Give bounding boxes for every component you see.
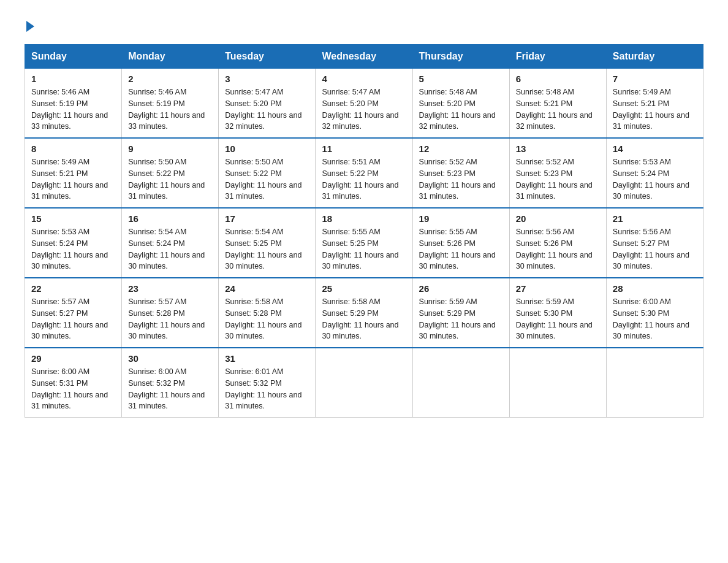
sunrise-label: Sunrise: 5:47 AM	[322, 88, 380, 96]
sunrise-label: Sunrise: 5:50 AM	[225, 158, 283, 166]
daylight-label: Daylight: 11 hours and 33 minutes.	[31, 111, 108, 131]
sunset-label: Sunset: 5:29 PM	[322, 309, 378, 318]
calendar-header: SundayMondayTuesdayWednesdayThursdayFrid…	[25, 45, 703, 69]
sunset-label: Sunset: 5:32 PM	[128, 379, 184, 388]
day-info: Sunrise: 5:48 AM Sunset: 5:21 PM Dayligh…	[516, 86, 600, 132]
logo	[25, 18, 34, 32]
sunset-label: Sunset: 5:19 PM	[31, 99, 88, 108]
daylight-label: Daylight: 11 hours and 30 minutes.	[322, 321, 398, 341]
daylight-label: Daylight: 11 hours and 31 minutes.	[613, 111, 689, 131]
day-number: 28	[613, 283, 697, 294]
day-number: 4	[322, 74, 406, 84]
day-info: Sunrise: 5:55 AM Sunset: 5:25 PM Dayligh…	[322, 226, 406, 272]
sunset-label: Sunset: 5:21 PM	[31, 169, 88, 178]
sunset-label: Sunset: 5:26 PM	[516, 239, 572, 248]
day-number: 10	[225, 144, 309, 154]
day-info: Sunrise: 5:53 AM Sunset: 5:24 PM Dayligh…	[31, 226, 115, 272]
sunrise-label: Sunrise: 5:54 AM	[225, 228, 283, 236]
sunset-label: Sunset: 5:20 PM	[225, 99, 281, 108]
day-info: Sunrise: 5:49 AM Sunset: 5:21 PM Dayligh…	[613, 86, 697, 132]
daylight-label: Daylight: 11 hours and 30 minutes.	[31, 251, 108, 271]
day-cell: 18 Sunrise: 5:55 AM Sunset: 5:25 PM Dayl…	[316, 208, 412, 278]
day-cell: 20 Sunrise: 5:56 AM Sunset: 5:26 PM Dayl…	[509, 208, 606, 278]
day-info: Sunrise: 6:00 AM Sunset: 5:30 PM Dayligh…	[613, 296, 697, 342]
sunrise-label: Sunrise: 5:56 AM	[516, 228, 574, 236]
daylight-label: Daylight: 11 hours and 32 minutes.	[516, 111, 593, 131]
day-info: Sunrise: 5:54 AM Sunset: 5:24 PM Dayligh…	[128, 226, 212, 272]
day-number: 12	[419, 144, 503, 154]
day-cell: 12 Sunrise: 5:52 AM Sunset: 5:23 PM Dayl…	[412, 138, 509, 208]
sunrise-label: Sunrise: 5:48 AM	[419, 88, 477, 96]
daylight-label: Daylight: 11 hours and 30 minutes.	[419, 251, 496, 271]
day-info: Sunrise: 5:57 AM Sunset: 5:27 PM Dayligh…	[31, 296, 115, 342]
daylight-label: Daylight: 11 hours and 32 minutes.	[225, 111, 301, 131]
day-cell: 24 Sunrise: 5:58 AM Sunset: 5:28 PM Dayl…	[219, 278, 316, 348]
sunrise-label: Sunrise: 5:52 AM	[419, 158, 477, 166]
day-cell: 15 Sunrise: 5:53 AM Sunset: 5:24 PM Dayl…	[25, 208, 122, 278]
day-number: 31	[225, 353, 309, 364]
day-cell: 16 Sunrise: 5:54 AM Sunset: 5:24 PM Dayl…	[122, 208, 219, 278]
daylight-label: Daylight: 11 hours and 31 minutes.	[31, 181, 108, 201]
day-cell: 31 Sunrise: 6:01 AM Sunset: 5:32 PM Dayl…	[219, 348, 316, 418]
day-number: 8	[31, 144, 115, 154]
daylight-label: Daylight: 11 hours and 31 minutes.	[322, 181, 398, 201]
sunset-label: Sunset: 5:32 PM	[225, 379, 281, 388]
day-cell: 2 Sunrise: 5:46 AM Sunset: 5:19 PM Dayli…	[122, 69, 219, 139]
daylight-label: Daylight: 11 hours and 32 minutes.	[419, 111, 496, 131]
sunset-label: Sunset: 5:31 PM	[31, 379, 88, 388]
week-row-1: 1 Sunrise: 5:46 AM Sunset: 5:19 PM Dayli…	[25, 69, 703, 139]
week-row-2: 8 Sunrise: 5:49 AM Sunset: 5:21 PM Dayli…	[25, 138, 703, 208]
day-number: 5	[419, 74, 503, 84]
day-cell: 8 Sunrise: 5:49 AM Sunset: 5:21 PM Dayli…	[25, 138, 122, 208]
sunrise-label: Sunrise: 6:00 AM	[128, 367, 186, 376]
sunset-label: Sunset: 5:24 PM	[613, 169, 669, 178]
day-number: 3	[225, 74, 309, 84]
day-cell: 17 Sunrise: 5:54 AM Sunset: 5:25 PM Dayl…	[219, 208, 316, 278]
day-number: 14	[613, 144, 697, 154]
day-cell: 5 Sunrise: 5:48 AM Sunset: 5:20 PM Dayli…	[412, 69, 509, 139]
day-cell: 10 Sunrise: 5:50 AM Sunset: 5:22 PM Dayl…	[219, 138, 316, 208]
sunset-label: Sunset: 5:19 PM	[128, 99, 184, 108]
day-number: 15	[31, 213, 115, 224]
day-cell: 14 Sunrise: 5:53 AM Sunset: 5:24 PM Dayl…	[606, 138, 703, 208]
day-info: Sunrise: 5:52 AM Sunset: 5:23 PM Dayligh…	[419, 156, 503, 202]
day-info: Sunrise: 5:48 AM Sunset: 5:20 PM Dayligh…	[419, 86, 503, 132]
sunrise-label: Sunrise: 6:00 AM	[613, 297, 671, 306]
sunrise-label: Sunrise: 5:46 AM	[128, 88, 186, 96]
sunset-label: Sunset: 5:21 PM	[613, 99, 669, 108]
sunset-label: Sunset: 5:28 PM	[128, 309, 184, 318]
daylight-label: Daylight: 11 hours and 33 minutes.	[128, 111, 205, 131]
sunrise-label: Sunrise: 5:52 AM	[516, 158, 574, 166]
day-info: Sunrise: 5:56 AM Sunset: 5:27 PM Dayligh…	[613, 226, 697, 272]
sunset-label: Sunset: 5:30 PM	[613, 309, 669, 318]
sunrise-label: Sunrise: 5:51 AM	[322, 158, 380, 166]
calendar-table: SundayMondayTuesdayWednesdayThursdayFrid…	[25, 44, 703, 418]
sunrise-label: Sunrise: 5:56 AM	[613, 228, 671, 236]
daylight-label: Daylight: 11 hours and 30 minutes.	[225, 321, 301, 341]
day-number: 2	[128, 74, 212, 84]
day-number: 24	[225, 283, 309, 294]
day-info: Sunrise: 5:51 AM Sunset: 5:22 PM Dayligh…	[322, 156, 406, 202]
sunset-label: Sunset: 5:24 PM	[128, 239, 184, 248]
logo-arrow-icon	[26, 21, 34, 32]
sunrise-label: Sunrise: 6:00 AM	[31, 367, 89, 376]
day-cell: 11 Sunrise: 5:51 AM Sunset: 5:22 PM Dayl…	[316, 138, 412, 208]
day-cell: 13 Sunrise: 5:52 AM Sunset: 5:23 PM Dayl…	[509, 138, 606, 208]
day-info: Sunrise: 6:01 AM Sunset: 5:32 PM Dayligh…	[225, 366, 309, 412]
day-number: 6	[516, 74, 600, 84]
day-cell: 26 Sunrise: 5:59 AM Sunset: 5:29 PM Dayl…	[412, 278, 509, 348]
day-number: 22	[31, 283, 115, 294]
day-number: 30	[128, 353, 212, 364]
page-header	[25, 18, 703, 32]
day-cell: 27 Sunrise: 5:59 AM Sunset: 5:30 PM Dayl…	[509, 278, 606, 348]
daylight-label: Daylight: 11 hours and 30 minutes.	[225, 251, 301, 271]
sunrise-label: Sunrise: 5:54 AM	[128, 228, 186, 236]
sunrise-label: Sunrise: 5:48 AM	[516, 88, 574, 96]
day-info: Sunrise: 5:52 AM Sunset: 5:23 PM Dayligh…	[516, 156, 600, 202]
day-cell	[412, 348, 509, 418]
day-cell: 19 Sunrise: 5:55 AM Sunset: 5:26 PM Dayl…	[412, 208, 509, 278]
sunset-label: Sunset: 5:26 PM	[419, 239, 476, 248]
day-info: Sunrise: 5:53 AM Sunset: 5:24 PM Dayligh…	[613, 156, 697, 202]
sunset-label: Sunset: 5:20 PM	[419, 99, 476, 108]
header-row: SundayMondayTuesdayWednesdayThursdayFrid…	[25, 45, 703, 69]
